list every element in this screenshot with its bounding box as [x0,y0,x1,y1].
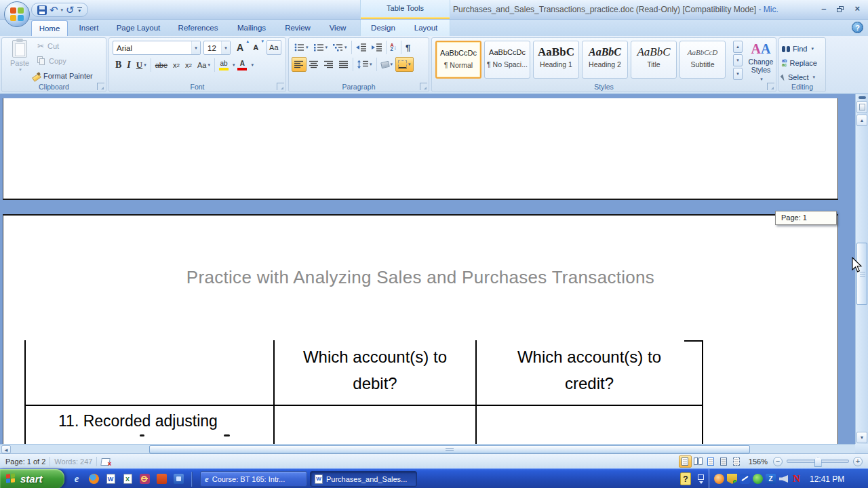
zoom-slider-thumb[interactable] [814,457,822,467]
scroll-down-icon[interactable]: ▼ [856,432,867,443]
table-header-cell-blank[interactable] [24,340,273,405]
styles-gallery-up-icon[interactable]: ▲ [733,41,743,53]
taskbar-window-browser[interactable]: e Course: BT 165: Intr... [200,471,307,487]
horizontal-scrollbar[interactable]: ◀ [0,444,855,453]
bullets-button[interactable]: ▾ [292,40,311,55]
shrink-font-button[interactable]: A▼ [250,40,261,55]
grow-font-button[interactable]: A▲ [234,40,246,55]
tab-view[interactable]: View [321,20,354,36]
replace-button[interactable]: abac Replace [782,56,817,70]
tab-home[interactable]: Home [31,20,68,36]
ruler-toggle-button[interactable] [856,101,867,113]
volume-tray-icon[interactable] [778,474,789,484]
z-tray-icon[interactable]: Z [766,474,776,484]
restore-button[interactable] [837,6,844,12]
font-name-combo[interactable]: Arial ▾ [113,41,201,55]
zoom-out-icon[interactable]: − [773,457,783,466]
zoom-level[interactable]: 156% [749,458,768,466]
start-button[interactable]: start [0,469,64,488]
clipboard-dialog-launcher[interactable] [97,83,104,90]
page-indicator[interactable]: Page: 1 of 2 [0,458,45,466]
tab-design[interactable]: Design [363,20,403,36]
view-web-layout-button[interactable] [705,455,717,468]
horizontal-scroll-thumb[interactable] [149,445,750,453]
font-color-button[interactable]: A [235,58,250,73]
view-outline-button[interactable] [717,455,730,468]
office-button[interactable] [4,1,30,27]
paragraph-dialog-launcher[interactable] [420,83,427,90]
show-hide-marks-button[interactable]: ¶ [403,40,413,55]
view-print-layout-button[interactable] [679,455,692,468]
tab-layout[interactable]: Layout [407,20,445,36]
style-heading1[interactable]: AaBbC Heading 1 [533,41,579,79]
find-button[interactable]: Find ▾ [782,42,814,56]
align-center-button[interactable] [307,57,321,72]
strikethrough-button[interactable]: abe [153,58,170,73]
tab-review[interactable]: Review [278,20,317,36]
underline-button[interactable]: U▾ [134,58,149,73]
italic-button[interactable]: I [124,58,133,73]
sort-button[interactable]: AZ↓ [388,40,400,55]
hidden-icons-toggle[interactable] [696,472,705,485]
close-button[interactable]: × [854,4,860,14]
word-icon[interactable]: W [104,473,117,485]
view-fullscreen-reading-button[interactable] [692,455,705,468]
view-draft-button[interactable] [730,455,743,468]
shield-tray-icon[interactable] [727,474,737,484]
split-handle[interactable] [859,96,866,99]
redo-icon[interactable]: ↺ [66,4,75,16]
style-title[interactable]: AaBbC Title [631,41,677,79]
justify-button[interactable] [336,57,351,72]
document-page-2[interactable]: Practice with Analyzing Sales and Purcha… [3,214,838,445]
font-size-combo[interactable]: 12 ▾ [203,41,231,55]
blue-app-icon[interactable] [172,473,184,485]
save-icon[interactable] [37,5,47,15]
clear-formatting-button[interactable]: Aa [267,40,281,55]
line-spacing-button[interactable]: ▾ [355,57,375,72]
help-icon[interactable]: ? [852,22,863,33]
spellcheck-icon[interactable]: × [101,458,111,466]
subscript-button[interactable]: x2 [170,58,182,73]
table-cell-credit-answer[interactable] [475,406,703,445]
superscript-button[interactable]: x2 [182,58,195,73]
paste-button[interactable]: Paste ▾ [6,40,33,81]
novell-tray-icon[interactable]: N [791,474,802,484]
shading-button[interactable]: ▾ [378,57,396,72]
table-cell-description[interactable]: 11. Recorded adjusting [24,406,273,445]
document-page-1[interactable] [3,98,838,200]
scroll-left-icon[interactable]: ◀ [1,445,11,453]
styles-gallery-more-icon[interactable]: ▼ [733,68,743,80]
key-tray-icon[interactable] [740,474,750,484]
select-button[interactable]: Select ▾ [782,70,815,84]
increase-indent-button[interactable] [369,40,384,55]
style-no-spacing[interactable]: AaBbCcDc ¶ No Spaci... [484,41,530,79]
tab-mailings[interactable]: Mailings [229,20,274,36]
text-highlight-button[interactable]: ab [216,58,231,73]
table-header-cell-debit[interactable]: Which account(s) to debit? [273,340,475,405]
qat-customize-icon[interactable]: ▾ [77,7,82,12]
table-cell-debit-answer[interactable] [273,406,475,445]
taskbar-clock[interactable]: 12:41 PM [810,474,851,484]
table-header-cell-credit[interactable]: Which account(s) to credit? [475,340,703,405]
align-right-button[interactable] [321,57,336,72]
style-subtitle[interactable]: AaBbCcD Subtitle [679,41,726,79]
tab-insert[interactable]: Insert [72,20,106,36]
help-session-icon[interactable]: ? [680,472,691,485]
bold-button[interactable]: B [113,58,124,73]
word-count[interactable]: Words: 247 [54,458,92,466]
ie-icon[interactable]: e [71,473,83,485]
font-color-dropdown-icon[interactable]: ▾ [251,62,254,68]
excel-icon[interactable]: X [121,473,134,485]
zoom-in-icon[interactable]: + [853,457,863,466]
multilevel-list-button[interactable]: ▾ [330,40,350,55]
style-heading2[interactable]: AaBbC Heading 2 [582,41,628,79]
orange-tray-icon[interactable] [714,474,724,484]
tab-page-layout[interactable]: Page Layout [108,20,168,36]
firefox-icon[interactable] [87,473,100,485]
minimize-button[interactable]: – [821,4,826,14]
font-dialog-launcher[interactable] [277,83,284,90]
format-painter-button[interactable]: Format Painter [32,71,93,80]
tab-references[interactable]: References [171,20,225,36]
style-normal[interactable]: AaBbCcDc ¶ Normal [435,41,481,79]
red-app-icon[interactable] [155,473,167,485]
